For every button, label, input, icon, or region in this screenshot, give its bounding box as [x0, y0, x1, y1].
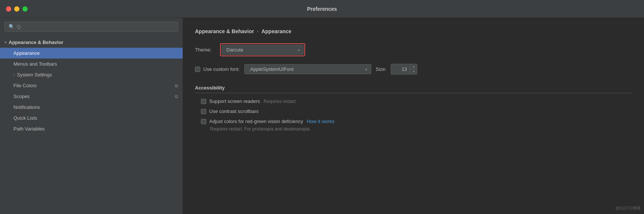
- size-input-wrapper: ▲ ▼: [391, 64, 417, 75]
- breadcrumb-separator: ›: [257, 29, 258, 34]
- sidebar-nav: ▾ Appearance & Behavior Appearance Menus…: [0, 35, 183, 214]
- adjust-colors-checkbox[interactable]: Adjust colors for red-green vision defic…: [201, 119, 303, 124]
- sidebar-group-label: Appearance & Behavior: [9, 40, 64, 45]
- sidebar-item-scopes[interactable]: Scopes ⧉: [0, 91, 183, 102]
- size-label: Size:: [376, 66, 387, 72]
- sidebar-item-notifications[interactable]: Notifications: [0, 102, 183, 113]
- support-screen-readers-label: Support screen readers: [209, 98, 260, 104]
- contrast-scrollbars-label: Use contrast scrollbars: [209, 108, 258, 114]
- sidebar-item-label: Menus and Toolbars: [13, 61, 57, 67]
- sidebar-item-label: Notifications: [13, 104, 40, 110]
- sidebar-item-file-colors[interactable]: File Colors ⧉: [0, 80, 183, 91]
- use-custom-font-checkbox[interactable]: Use custom font:: [195, 66, 240, 72]
- checkbox-icon: [201, 99, 206, 104]
- support-screen-readers-checkbox[interactable]: Support screen readers: [201, 98, 260, 104]
- theme-label: Theme:: [195, 47, 216, 53]
- window-title: Preferences: [307, 6, 337, 12]
- content-area: Appearance & Behavior › Appearance Theme…: [183, 18, 644, 214]
- breadcrumb-parent: Appearance & Behavior: [195, 28, 254, 34]
- size-decrease-button[interactable]: ▼: [410, 69, 417, 74]
- contrast-scrollbars-row: Use contrast scrollbars: [195, 108, 632, 114]
- theme-dropdown[interactable]: Darcula ▾: [222, 45, 304, 55]
- sidebar-item-path-variables[interactable]: Path Variables: [0, 123, 183, 134]
- theme-row: Theme: Darcula ▾: [195, 43, 632, 56]
- support-screen-readers-row: Support screen readers Requires restart: [195, 98, 632, 104]
- window-controls: [6, 6, 28, 12]
- contrast-scrollbars-checkbox[interactable]: Use contrast scrollbars: [201, 108, 258, 114]
- breadcrumb: Appearance & Behavior › Appearance: [195, 28, 632, 34]
- support-screen-readers-note: Requires restart: [264, 99, 295, 104]
- sidebar-item-label: Quick Lists: [13, 115, 37, 121]
- chevron-down-icon: ▾: [4, 40, 6, 44]
- search-wrapper[interactable]: 🔍: [4, 22, 178, 32]
- size-increase-button[interactable]: ▲: [410, 64, 417, 69]
- adjust-colors-sub-note: Requires restart. For protanopia and deu…: [195, 126, 632, 132]
- dropdown-arrow-icon: ▾: [365, 67, 367, 71]
- chevron-right-icon: ›: [13, 73, 15, 77]
- sidebar-item-label: File Colors: [13, 83, 37, 88]
- font-checkbox-label: Use custom font:: [203, 66, 240, 72]
- sidebar-item-label: Path Variables: [13, 126, 45, 132]
- sidebar-item-quick-lists[interactable]: Quick Lists: [0, 113, 183, 123]
- theme-select-highlight: Darcula ▾: [220, 43, 305, 56]
- adjust-colors-row: Adjust colors for red-green vision defic…: [195, 119, 632, 124]
- font-row: Use custom font: .AppleSystemUIFont ▾ Si…: [195, 64, 632, 75]
- font-selected-value: .AppleSystemUIFont: [249, 66, 294, 72]
- sidebar-item-appearance[interactable]: Appearance: [0, 48, 183, 59]
- close-button[interactable]: [6, 6, 11, 12]
- sidebar-item-menus-toolbars[interactable]: Menus and Toolbars: [0, 59, 183, 69]
- size-input[interactable]: [391, 64, 410, 74]
- title-bar: Preferences: [0, 0, 644, 18]
- sidebar-item-label: Scopes: [13, 94, 30, 99]
- dropdown-arrow-icon: ▾: [298, 48, 300, 52]
- watermark: @51CTO博客: [616, 205, 641, 211]
- sidebar-item-label: System Settings: [17, 72, 52, 78]
- breadcrumb-current: Appearance: [261, 28, 291, 34]
- search-input[interactable]: [17, 24, 174, 29]
- checkbox-icon: [195, 67, 200, 72]
- sidebar: 🔍 ▾ Appearance & Behavior Appearance Men…: [0, 18, 183, 214]
- size-stepper: ▲ ▼: [410, 64, 417, 74]
- maximize-button[interactable]: [22, 6, 28, 12]
- accessibility-section-title: Accessibility: [195, 85, 632, 93]
- minimize-button[interactable]: [14, 6, 19, 12]
- how-it-works-link[interactable]: How it works: [307, 119, 334, 124]
- adjust-colors-label: Adjust colors for red-green vision defic…: [209, 119, 303, 124]
- accessibility-section: Accessibility Support screen readers Req…: [195, 85, 632, 132]
- sidebar-item-system-settings[interactable]: › System Settings: [0, 69, 183, 80]
- copy-icon: ⧉: [175, 94, 178, 99]
- copy-icon: ⧉: [175, 83, 178, 88]
- theme-selected-value: Darcula: [226, 47, 243, 53]
- checkbox-icon: [201, 109, 206, 114]
- font-dropdown[interactable]: .AppleSystemUIFont ▾: [244, 64, 371, 74]
- checkbox-icon: [201, 119, 206, 124]
- search-icon: 🔍: [9, 24, 15, 29]
- sidebar-item-appearance-behavior[interactable]: ▾ Appearance & Behavior: [0, 37, 183, 48]
- main-layout: 🔍 ▾ Appearance & Behavior Appearance Men…: [0, 18, 644, 214]
- sidebar-item-label: Appearance: [13, 50, 40, 56]
- search-container: 🔍: [0, 22, 183, 35]
